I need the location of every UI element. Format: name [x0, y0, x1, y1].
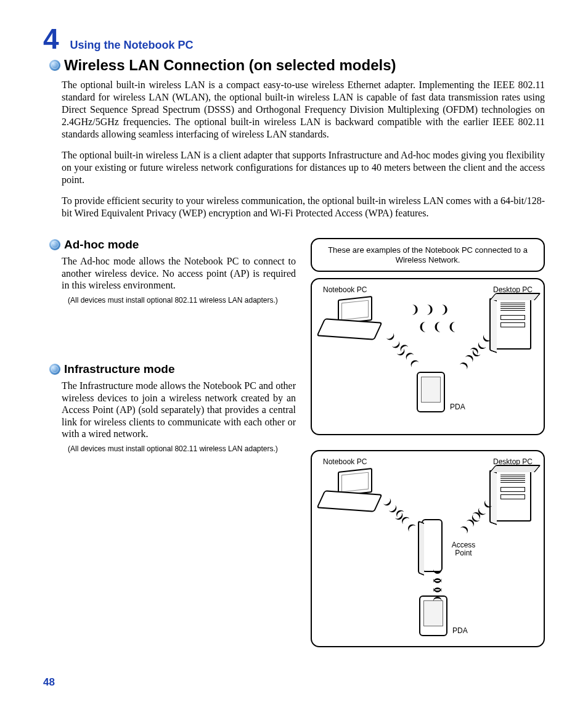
signal-waves-icon: ❨ ❨ ❨ — [418, 321, 458, 332]
globe-icon — [49, 239, 60, 250]
globe-icon — [49, 60, 60, 71]
diagram-adhoc: Notebook PC Desktop PC PDA ❩ ❩ ❩ ❨ ❨ ❨ ❩… — [311, 278, 545, 435]
desktop-tower-icon — [494, 469, 531, 522]
paragraph-1: The optional built-in wireless LAN is a … — [62, 79, 545, 141]
adhoc-text: The Ad-hoc mode allows the Notebook PC t… — [62, 255, 296, 292]
infra-note: (All devices must install optional 802.1… — [68, 445, 296, 454]
page-number: 48 — [43, 676, 55, 689]
pda-icon — [417, 372, 445, 412]
infra-text: The Infrastructure mode allows the Noteb… — [62, 380, 296, 440]
signal-waves-icon: ❩ ❩ ❩ — [410, 304, 451, 315]
access-point-icon — [422, 519, 443, 572]
signal-waves-icon: ❩❩❩ — [459, 508, 483, 535]
left-column: Ad-hoc mode The Ad-hoc mode allows the N… — [43, 238, 296, 662]
label-notebook: Notebook PC — [323, 457, 367, 466]
right-column: These are examples of the Notebook PC co… — [311, 238, 545, 662]
adhoc-title: Ad-hoc mode — [64, 238, 139, 252]
section-title: Wireless LAN Connection (on selected mod… — [64, 57, 396, 74]
adhoc-heading-row: Ad-hoc mode — [49, 238, 296, 252]
label-pda: PDA — [452, 626, 468, 635]
signal-waves-icon: ❨❨❨ — [433, 576, 443, 604]
paragraph-2: The optional built-in wireless LAN is a … — [62, 149, 545, 186]
chapter-number: 4 — [43, 25, 59, 53]
label-pda: PDA — [450, 403, 465, 411]
chapter-header: 4 Using the Notebook PC — [43, 25, 545, 53]
two-column-region: Ad-hoc mode The Ad-hoc mode allows the N… — [43, 238, 545, 662]
label-notebook: Notebook PC — [323, 285, 367, 294]
diagram-caption: These are examples of the Notebook PC co… — [311, 238, 545, 272]
chapter-title: Using the Notebook PC — [70, 39, 194, 52]
adhoc-note: (All devices must install optional 802.1… — [68, 297, 296, 305]
paragraph-3: To provide efficient security to your wi… — [62, 195, 545, 219]
desktop-tower-icon — [494, 297, 531, 350]
diagram-infrastructure: Notebook PC Desktop PC Access Point PDA … — [311, 450, 545, 647]
infra-title: Infrastructure mode — [64, 362, 174, 376]
globe-icon — [49, 364, 60, 375]
infra-heading-row: Infrastructure mode — [49, 362, 296, 376]
section-heading-row: Wireless LAN Connection (on selected mod… — [49, 57, 545, 74]
laptop-icon — [321, 470, 382, 510]
label-access-point: Access Point — [449, 541, 478, 557]
laptop-icon — [321, 298, 382, 338]
